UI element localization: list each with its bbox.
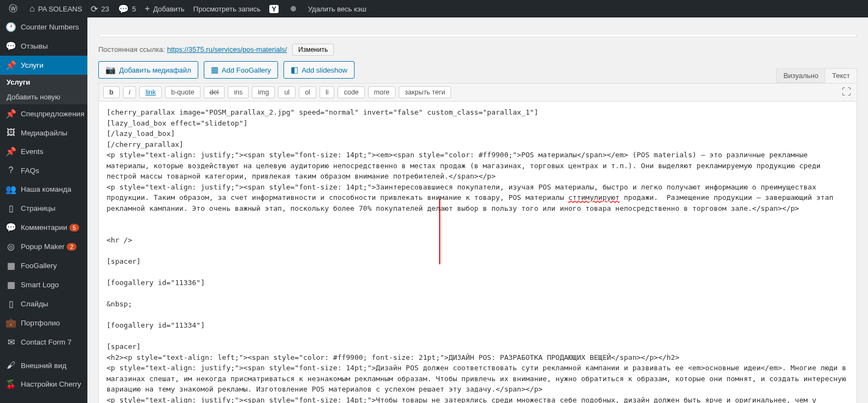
qt-more[interactable]: more [368,86,395,98]
sidebar-item-slides[interactable]: ▯Слайды [0,294,87,313]
editor-wrap: b i link b-quote del ins img ul ol li co… [98,83,857,403]
sidebar-label: Smart Logo [21,281,59,289]
sidebar-sub-add[interactable]: Добавить новую [0,90,87,104]
qt-del[interactable]: del [204,86,225,98]
sidebar-label: Страницы [21,204,55,212]
sidebar-label: Спецпредложения [21,110,84,118]
sidebar-label: Наша команда [21,185,72,193]
sidebar-label: Внешний вид [21,361,67,370]
qt-ul[interactable]: ul [278,86,296,98]
sidebar-item-comments[interactable]: 💬Комментарии5 [0,218,87,237]
site-name-link[interactable]: ⌂PA SOLEANS [25,0,86,17]
edit-permalink-button[interactable]: Изменить [292,44,334,56]
btn-label: Add slideshow [302,66,347,74]
sidebar-label: Counter Numbers [21,23,79,31]
media-buttons: 📷Добавить медиафайл ▦Add FooGallery ◧Add… [98,61,355,79]
sidebar-label: Отзывы [21,42,48,50]
gallery-icon: ▦ [211,65,219,75]
add-media-button[interactable]: 📷Добавить медиафайл [98,61,198,79]
permalink-row: Постоянная ссылка: https://3575.ru/servi… [98,38,857,61]
qt-bquote[interactable]: b-quote [165,86,200,98]
comment-icon: 💬 [5,41,16,51]
sidebar-label: Услуги [21,61,44,69]
editor-textarea[interactable]: [cherry_parallax image="POSM_parallax_2.… [99,102,857,403]
add-new-link[interactable]: +Добавить [140,0,189,17]
clear-cache-link[interactable]: Удалить весь кэш [304,0,371,17]
btn-label: Добавить медиафайл [119,66,191,74]
add-new-label: Добавить [153,5,184,13]
qt-b[interactable]: b [103,86,120,98]
mail-icon: ✉ [5,337,16,347]
wp-logo[interactable]: ⓦ [4,0,25,17]
sidebar-item-smartlogo[interactable]: ▦Smart Logo [0,275,87,294]
sidebar-item-portfolio[interactable]: 💼Портфолио [0,313,87,333]
qt-ol[interactable]: ol [299,86,316,98]
sidebar-sub-label: Добавить новую [7,93,60,101]
editor-tabs: Визуально Текст [777,68,857,84]
qt-ins[interactable]: ins [228,86,249,98]
sidebar-submenu-services: Услуги Добавить новую [0,75,87,104]
sidebar-item-services[interactable]: 📌Услуги [0,56,87,75]
view-post-label: Просмотреть запись [193,5,261,13]
add-slideshow-button[interactable]: ◧Add slideshow [284,61,355,79]
sidebar-item-foogallery[interactable]: ▦FooGallery [0,256,87,275]
admin-sidebar: 🕐Counter Numbers 💬Отзывы 📌Услуги Услуги … [0,17,87,403]
popup-badge: 2 [67,243,76,251]
site-name-label: PA SOLEANS [38,5,82,13]
sidebar-item-faqs[interactable]: ?FAQs [0,161,87,180]
help-icon: ? [5,165,16,175]
pin-icon: 📌 [5,146,16,157]
sidebar-sub-all[interactable]: Услуги [0,75,87,90]
sidebar-item-pages[interactable]: ▯Страницы [0,199,87,218]
slides-icon: ▯ [5,299,16,309]
users-icon: 👥 [5,184,16,194]
sidebar-label: Комментарии [21,223,67,232]
sidebar-item-media[interactable]: 🖼Медиафайлы [0,123,87,142]
distraction-free-toggle[interactable]: ⛶ [842,87,851,98]
comments-count: 5 [132,5,136,13]
sidebar-label: Портфолио [21,319,60,327]
permalink-url[interactable]: https://3575.ru/services/pos-materials/ [167,45,287,54]
cache-indicator[interactable] [283,0,304,17]
yoast-link[interactable]: Y [265,0,283,17]
camera-icon: 📷 [105,65,116,75]
qt-code[interactable]: code [338,86,364,98]
qt-li[interactable]: li [320,86,335,98]
pin-icon: 📌 [5,109,16,119]
portfolio-icon: 💼 [5,318,16,328]
clear-cache-label: Удалить весь кэш [308,5,367,13]
page-icon: ▯ [5,203,16,214]
add-foogallery-button[interactable]: ▦Add FooGallery [204,61,278,79]
sidebar-label: Contact Form 7 [21,338,72,346]
sidebar-label: Медиафайлы [21,129,67,137]
popup-icon: ◎ [5,241,16,252]
sidebar-label: FAQs [21,167,39,175]
slideshow-icon: ◧ [291,65,298,75]
sidebar-item-appearance[interactable]: 🖌Внешний вид [0,356,87,375]
sidebar-item-team[interactable]: 👥Наша команда [0,180,87,199]
qt-img[interactable]: img [252,86,275,98]
qt-link[interactable]: link [139,86,162,98]
sidebar-item-counter[interactable]: 🕐Counter Numbers [0,17,87,37]
counter-icon: 🕐 [5,22,16,32]
tab-text[interactable]: Текст [825,68,857,83]
sidebar-item-contact[interactable]: ✉Contact Form 7 [0,333,87,352]
comments-badge: 5 [69,224,79,232]
quicktags-toolbar: b i link b-quote del ins img ul ol li co… [99,84,857,102]
qt-close[interactable]: закрыть теги [399,86,451,98]
sidebar-item-popup[interactable]: ◎Popup Maker2 [0,237,87,256]
updates-link[interactable]: ⟳23 [86,0,113,17]
sidebar-sub-label: Услуги [7,78,30,86]
sidebar-label: Popup Maker [21,242,64,251]
sidebar-item-reviews[interactable]: 💬Отзывы [0,37,87,56]
sidebar-item-specials[interactable]: 📌Спецпредложения [0,104,87,123]
qt-i[interactable]: i [123,86,137,98]
comments-link[interactable]: 💬5 [114,0,140,17]
brush-icon: 🖌 [5,360,16,370]
btn-label: Add FooGallery [222,66,271,74]
sidebar-item-events[interactable]: 📌Events [0,142,87,161]
tab-visual[interactable]: Визуально [776,68,825,83]
view-post-link[interactable]: Просмотреть запись [189,0,265,17]
sidebar-label: Слайды [21,300,48,308]
sidebar-item-cherry[interactable]: 🍒Настройки Cherry [0,375,87,394]
